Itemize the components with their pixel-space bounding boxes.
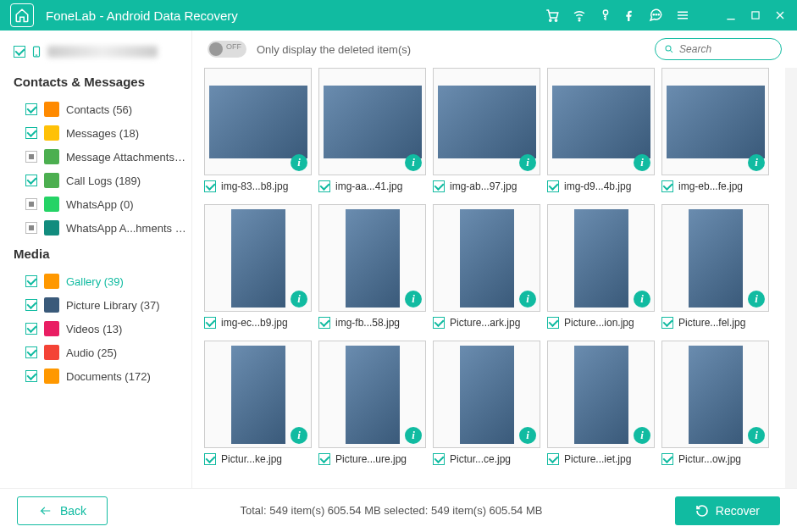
thumbnail[interactable]: i — [661, 341, 769, 448]
info-icon[interactable]: i — [519, 154, 536, 171]
info-icon[interactable]: i — [405, 154, 422, 171]
thumbnail[interactable]: i — [547, 68, 655, 175]
thumbnail[interactable]: i — [661, 68, 769, 175]
item-checkbox[interactable] — [25, 370, 37, 382]
sidebar-item[interactable]: Message Attachments (0) — [14, 145, 186, 169]
scrollbar[interactable] — [785, 68, 797, 488]
info-icon[interactable]: i — [634, 427, 650, 444]
back-button[interactable]: Back — [17, 496, 108, 525]
key-icon[interactable] — [599, 8, 612, 23]
gallery-item[interactable]: iPicture...ion.jpg — [547, 204, 655, 329]
item-checkbox[interactable] — [25, 127, 37, 139]
info-icon[interactable]: i — [634, 154, 650, 171]
thumbnail[interactable]: i — [318, 341, 426, 448]
info-icon[interactable]: i — [405, 427, 422, 444]
thumb-checkbox[interactable] — [204, 317, 216, 329]
thumb-checkbox[interactable] — [318, 180, 330, 192]
thumb-checkbox[interactable] — [318, 317, 330, 329]
info-icon[interactable]: i — [291, 154, 307, 171]
gallery-item[interactable]: iPictur...ce.jpg — [433, 341, 540, 465]
gallery-item[interactable]: iimg-ab...97.jpg — [433, 68, 540, 192]
wifi-icon[interactable] — [572, 8, 587, 23]
feedback-icon[interactable] — [648, 8, 663, 23]
thumbnail[interactable]: i — [318, 68, 426, 175]
gallery-item[interactable]: iimg-fb...58.jpg — [318, 204, 426, 329]
thumbnail[interactable]: i — [661, 204, 769, 312]
thumb-checkbox[interactable] — [661, 453, 673, 465]
thumb-checkbox[interactable] — [547, 317, 559, 329]
info-icon[interactable]: i — [291, 291, 307, 308]
sidebar-item[interactable]: Videos (13) — [14, 317, 186, 341]
sidebar-item[interactable]: WhatsApp A...hments (0) — [14, 216, 186, 240]
search-box[interactable] — [655, 38, 782, 60]
thumbnail[interactable]: i — [204, 341, 312, 448]
thumbnail[interactable]: i — [204, 204, 312, 312]
gallery-item[interactable]: iPicture...fel.jpg — [661, 204, 769, 329]
sidebar-item[interactable]: Picture Library (37) — [14, 293, 186, 317]
info-icon[interactable]: i — [291, 427, 307, 444]
item-checkbox[interactable] — [25, 151, 37, 163]
sidebar-item[interactable]: Audio (25) — [14, 341, 186, 364]
gallery-item[interactable]: iimg-eb...fe.jpg — [661, 68, 769, 192]
sidebar-item[interactable]: Documents (172) — [14, 364, 186, 388]
thumb-checkbox[interactable] — [547, 180, 559, 192]
cart-icon[interactable] — [545, 8, 560, 23]
gallery-item[interactable]: iPicture...ark.jpg — [433, 204, 540, 329]
thumb-checkbox[interactable] — [204, 180, 216, 192]
home-icon[interactable] — [10, 3, 34, 27]
gallery-item[interactable]: iimg-83...b8.jpg — [204, 68, 312, 192]
item-checkbox[interactable] — [25, 275, 37, 287]
thumbnail[interactable]: i — [547, 204, 655, 312]
recover-button[interactable]: Recover — [675, 496, 780, 525]
thumb-checkbox[interactable] — [318, 453, 330, 465]
thumbnail[interactable]: i — [204, 68, 312, 175]
item-checkbox[interactable] — [25, 103, 37, 115]
thumbnail[interactable]: i — [318, 204, 426, 312]
gallery-item[interactable]: iPicture...iet.jpg — [547, 341, 655, 465]
thumb-checkbox[interactable] — [433, 180, 445, 192]
gallery-item[interactable]: iPictur...ow.jpg — [661, 341, 769, 465]
gallery-item[interactable]: iimg-aa...41.jpg — [318, 68, 426, 192]
maximize-icon[interactable] — [750, 9, 761, 21]
info-icon[interactable]: i — [405, 291, 422, 308]
device-checkbox[interactable] — [14, 46, 25, 58]
gallery-item[interactable]: iPictur...ke.jpg — [204, 341, 312, 465]
thumb-checkbox[interactable] — [204, 453, 216, 465]
search-input[interactable] — [679, 43, 772, 55]
item-checkbox[interactable] — [25, 323, 37, 335]
item-checkbox[interactable] — [25, 299, 37, 311]
info-icon[interactable]: i — [519, 291, 536, 308]
minimize-icon[interactable] — [724, 8, 738, 22]
sidebar-item[interactable]: WhatsApp (0) — [14, 192, 186, 216]
thumb-checkbox[interactable] — [433, 453, 445, 465]
thumb-checkbox[interactable] — [661, 317, 673, 329]
item-checkbox[interactable] — [25, 222, 37, 234]
sidebar-item[interactable]: Call Logs (189) — [14, 169, 186, 192]
gallery-item[interactable]: iPicture...ure.jpg — [318, 341, 426, 465]
gallery-item[interactable]: iimg-ec...b9.jpg — [204, 204, 312, 329]
item-checkbox[interactable] — [25, 346, 37, 358]
sidebar-item[interactable]: Messages (18) — [14, 121, 186, 145]
gallery-item[interactable]: iimg-d9...4b.jpg — [547, 68, 655, 192]
thumbnail[interactable]: i — [433, 204, 540, 312]
thumbnail[interactable]: i — [433, 68, 540, 175]
item-checkbox[interactable] — [25, 198, 37, 210]
thumbnail[interactable]: i — [433, 341, 540, 448]
item-checkbox[interactable] — [25, 175, 37, 186]
thumb-checkbox[interactable] — [661, 180, 673, 192]
info-icon[interactable]: i — [748, 427, 765, 444]
sidebar-item[interactable]: Contacts (56) — [14, 97, 186, 121]
facebook-icon[interactable] — [624, 8, 636, 23]
thumb-checkbox[interactable] — [433, 317, 445, 329]
menu-icon[interactable] — [675, 8, 690, 23]
info-icon[interactable]: i — [748, 291, 765, 308]
device-row[interactable] — [14, 41, 186, 68]
thumb-checkbox[interactable] — [547, 453, 559, 465]
sidebar-item[interactable]: Gallery (39) — [14, 269, 186, 293]
thumbnail[interactable]: i — [547, 341, 655, 448]
deleted-toggle[interactable]: OFF — [208, 41, 246, 58]
info-icon[interactable]: i — [634, 291, 650, 308]
close-icon[interactable] — [773, 8, 787, 22]
info-icon[interactable]: i — [748, 154, 765, 171]
info-icon[interactable]: i — [519, 427, 536, 444]
